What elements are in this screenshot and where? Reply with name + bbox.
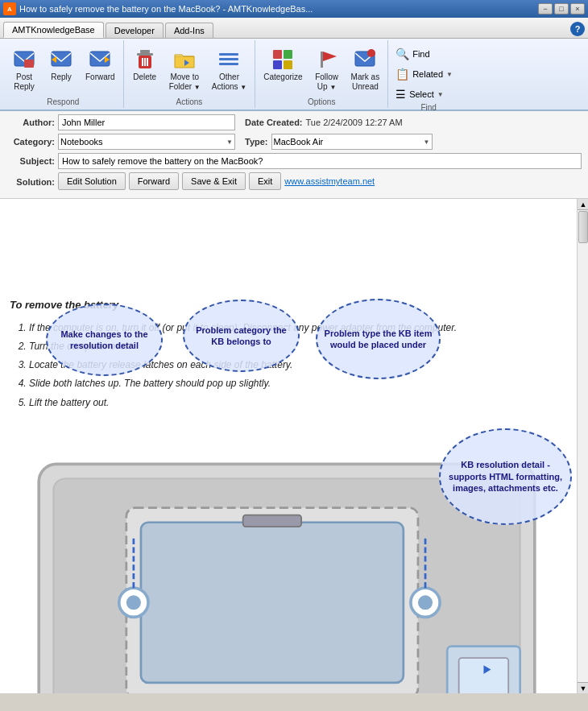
mark-unread-icon <box>352 47 378 72</box>
scroll-up-button[interactable]: ▲ <box>578 199 588 210</box>
window-title: How to safely remove the battery on the … <box>19 4 538 14</box>
solution-buttons: Edit Solution Forward Save & Exit Exit w… <box>58 172 375 190</box>
scrollbar[interactable]: ▲ ▼ <box>577 199 588 693</box>
post-reply-button[interactable]: PostReply <box>6 43 42 95</box>
svg-rect-21 <box>321 52 323 68</box>
ribbon-group-actions: Delete Move toFolder ▼ <box>124 40 256 108</box>
reply-button[interactable]: Reply <box>43 43 79 85</box>
mark-unread-label: Mark asUnread <box>351 72 380 92</box>
category-select[interactable]: Notebooks <box>58 134 235 150</box>
title-bar: A How to safely remove the battery on th… <box>0 0 588 18</box>
post-reply-label: PostReply <box>14 72 35 92</box>
related-button[interactable]: 📋 Related ▼ <box>391 65 466 83</box>
scrollable-content: Make changes to the resolution detail Pr… <box>0 199 577 693</box>
select-dropdown-arrow: ▼ <box>437 91 444 98</box>
delete-label: Delete <box>133 72 156 82</box>
select-button[interactable]: ☰ Select ▼ <box>391 85 466 103</box>
edit-solution-button[interactable]: Edit Solution <box>58 172 126 190</box>
author-row: Author: Date Created: Tue 2/24/2009 12:2… <box>6 114 582 130</box>
post-reply-icon <box>11 47 37 72</box>
svg-rect-27 <box>141 522 404 682</box>
svg-rect-19 <box>273 60 282 69</box>
respond-group-label: Respond <box>47 97 79 108</box>
subject-label: Subject: <box>6 156 55 166</box>
options-items: Categorize FollowUp ▼ <box>259 40 384 97</box>
move-folder-icon <box>172 47 197 72</box>
related-icon: 📋 <box>395 68 409 81</box>
follow-up-label: FollowUp ▼ <box>315 72 338 92</box>
author-input[interactable] <box>58 114 235 130</box>
respond-items: PostReply Reply <box>6 40 120 97</box>
find-button[interactable]: 🔍 Find <box>391 45 466 63</box>
date-created-label: Date Created: <box>245 118 303 127</box>
save-exit-button[interactable]: Save & Exit <box>182 172 246 190</box>
scroll-down-button[interactable]: ▼ <box>578 682 588 693</box>
categorize-icon <box>270 47 296 72</box>
forward-icon <box>87 47 113 72</box>
subject-input[interactable] <box>58 153 582 169</box>
menu-bar: AMTKnowledgeBase Developer Add-Ins ? <box>0 18 588 39</box>
svg-rect-15 <box>219 58 238 60</box>
related-dropdown-arrow: ▼ <box>446 71 453 78</box>
content-wrapper: Make changes to the resolution detail Pr… <box>10 297 564 693</box>
svg-rect-20 <box>284 60 292 69</box>
svg-rect-14 <box>219 53 238 56</box>
callout-resolution: KB resolution detail - supports HTML for… <box>439 428 572 525</box>
list-item: Slide both latches up. The battery shoul… <box>29 376 564 391</box>
tab-amtknowledgebase[interactable]: AMTKnowledgeBase <box>3 22 104 38</box>
callout-type: Problem type the KB item would be placed… <box>316 299 441 379</box>
move-to-folder-button[interactable]: Move toFolder ▼ <box>164 43 205 95</box>
other-actions-button[interactable]: OtherActions ▼ <box>207 43 252 95</box>
forward-sol-button[interactable]: Forward <box>129 172 179 190</box>
category-label: Category: <box>6 137 55 147</box>
type-select-wrap: MacBook Air <box>271 134 433 150</box>
reply-label: Reply <box>51 72 72 82</box>
ribbon: PostReply Reply <box>0 39 588 111</box>
minimize-button[interactable]: − <box>538 3 553 14</box>
svg-rect-8 <box>137 53 153 56</box>
svg-rect-36 <box>459 658 509 693</box>
subject-row: Subject: <box>6 153 582 169</box>
author-label: Author: <box>6 118 55 127</box>
callout-changes: Make changes to the resolution detail <box>46 304 163 376</box>
forward-button[interactable]: Forward <box>81 43 120 85</box>
categorize-button[interactable]: Categorize <box>259 43 307 85</box>
ribbon-group-options: Categorize FollowUp ▼ <box>255 40 388 108</box>
mark-as-unread-button[interactable]: Mark asUnread <box>346 43 385 95</box>
svg-rect-28 <box>243 515 301 526</box>
form-area: Author: Date Created: Tue 2/24/2009 12:2… <box>0 111 588 199</box>
close-button[interactable]: × <box>570 3 585 14</box>
other-actions-icon <box>216 47 242 72</box>
follow-up-button[interactable]: FollowUp ▼ <box>309 43 345 95</box>
type-label: Type: <box>245 137 268 147</box>
find-label: Find <box>412 49 429 59</box>
callout-category: Problem category the KB belongs to <box>183 300 300 372</box>
date-created-value: Tue 2/24/2009 12:27 AM <box>306 118 403 127</box>
window-controls[interactable]: − □ × <box>538 3 585 14</box>
svg-point-23 <box>367 49 375 57</box>
svg-point-30 <box>126 595 141 610</box>
tab-developer[interactable]: Developer <box>106 23 164 38</box>
delete-button[interactable]: Delete <box>127 43 163 85</box>
find-icon: 🔍 <box>395 48 409 60</box>
move-folder-label: Move toFolder ▼ <box>169 72 201 92</box>
other-actions-label: OtherActions ▼ <box>212 72 247 92</box>
exit-button[interactable]: Exit <box>249 172 281 190</box>
actions-group-label: Actions <box>176 97 203 108</box>
scroll-thumb[interactable] <box>578 211 588 243</box>
category-select-wrap: Notebooks <box>58 134 235 150</box>
type-select[interactable]: MacBook Air <box>271 134 433 150</box>
content-area: Make changes to the resolution detail Pr… <box>0 199 588 693</box>
maximize-button[interactable]: □ <box>554 3 569 14</box>
solution-row: Solution: Edit Solution Forward Save & E… <box>6 172 582 192</box>
tab-addins[interactable]: Add-Ins <box>165 23 213 38</box>
svg-rect-17 <box>273 50 282 59</box>
select-icon: ☰ <box>395 88 406 101</box>
delete-icon <box>132 47 158 72</box>
ribbon-group-respond: PostReply Reply <box>3 40 124 108</box>
related-label: Related <box>412 69 443 79</box>
help-button[interactable]: ? <box>570 22 585 36</box>
ribbon-group-find: 🔍 Find 📋 Related ▼ ☰ Select ▼ Find <box>388 40 469 108</box>
solution-link[interactable]: www.assistmyteam.net <box>284 176 375 186</box>
forward-label: Forward <box>85 72 115 82</box>
